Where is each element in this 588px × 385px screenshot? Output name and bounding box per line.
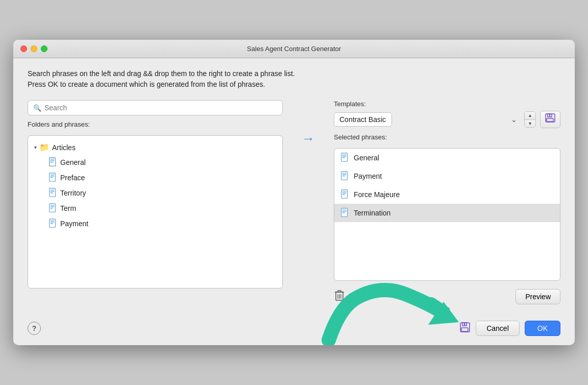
svg-rect-27 — [342, 156, 347, 156]
file-icon — [340, 171, 350, 181]
trash-icon — [334, 290, 345, 302]
templates-row: Contract Basic ⌄ ▲ ▼ — [334, 111, 560, 128]
list-item[interactable]: Preface — [42, 170, 282, 185]
ok-button[interactable]: OK — [525, 321, 560, 336]
svg-rect-28 — [342, 157, 345, 158]
folder-row-articles[interactable]: ▾ 📁 Articles — [28, 140, 282, 155]
svg-rect-32 — [342, 176, 345, 176]
list-item[interactable]: Term — [42, 201, 282, 216]
title-bar: Sales Agent Contract Generator — [13, 40, 575, 58]
content-area: Search phrases on the left and drag && d… — [13, 58, 575, 315]
search-box: 🔍 — [28, 100, 283, 115]
save-icon — [545, 113, 556, 124]
drag-arrow-icon: → — [302, 131, 315, 147]
svg-rect-16 — [51, 208, 53, 208]
file-icon — [48, 157, 58, 167]
sub-items: General Preface — [28, 155, 282, 231]
help-button[interactable]: ? — [28, 322, 41, 335]
phrase-label: General — [354, 154, 379, 162]
svg-rect-34 — [342, 191, 347, 192]
phrase-item[interactable]: Force Majeure — [334, 185, 560, 204]
svg-rect-23 — [547, 118, 553, 122]
svg-rect-3 — [51, 160, 55, 161]
svg-rect-39 — [342, 211, 347, 211]
svg-rect-50 — [461, 328, 468, 331]
svg-rect-11 — [51, 191, 55, 191]
svg-rect-2 — [51, 159, 55, 160]
instruction-text: Search phrases on the left and drag && d… — [28, 68, 560, 90]
svg-rect-4 — [51, 162, 53, 162]
main-area: 🔍 Folders and phrases: ▾ 📁 Articles — [28, 100, 560, 304]
svg-rect-15 — [51, 206, 55, 207]
svg-rect-36 — [342, 194, 345, 195]
folder-icon: 📁 — [39, 142, 50, 152]
svg-rect-7 — [51, 176, 55, 176]
item-label: General — [60, 158, 86, 166]
svg-rect-38 — [342, 210, 347, 210]
cancel-button[interactable]: Cancel — [476, 321, 520, 336]
save-purple-icon — [459, 322, 471, 333]
folder-label: Articles — [52, 143, 76, 152]
svg-rect-43 — [338, 291, 341, 292]
template-select-wrapper: Contract Basic ⌄ ▲ ▼ — [334, 111, 536, 128]
file-icon — [48, 219, 58, 229]
svg-rect-51 — [464, 323, 465, 325]
file-icon — [340, 189, 350, 200]
right-panel: Templates: Contract Basic ⌄ ▲ — [334, 100, 560, 304]
search-input[interactable] — [44, 104, 277, 112]
tree-panel: ▾ 📁 Articles — [28, 135, 283, 288]
stepper-down-button[interactable]: ▼ — [525, 120, 535, 128]
phrase-item[interactable]: General — [334, 149, 560, 167]
footer-save-button[interactable] — [459, 322, 471, 335]
file-icon — [48, 173, 58, 183]
file-icon — [48, 188, 58, 198]
item-label: Payment — [60, 220, 88, 228]
phrase-label: Payment — [354, 172, 382, 180]
traffic-lights — [20, 45, 47, 52]
svg-rect-10 — [51, 190, 55, 190]
save-template-button[interactable] — [540, 111, 560, 128]
svg-rect-18 — [51, 221, 55, 221]
list-item[interactable]: General — [42, 155, 282, 170]
main-window: Sales Agent Contract Generator Search ph… — [13, 40, 575, 345]
folders-section-label: Folders and phrases: — [28, 121, 283, 128]
template-select[interactable]: Contract Basic — [334, 112, 392, 127]
phrases-panel: General Payment — [334, 148, 560, 281]
svg-rect-40 — [342, 212, 345, 213]
svg-rect-6 — [51, 175, 55, 175]
phrase-label: Force Majeure — [354, 190, 400, 199]
item-label: Term — [60, 204, 76, 212]
phrase-item-selected[interactable]: Termination — [334, 204, 560, 222]
search-icon: 🔍 — [33, 104, 41, 112]
file-icon — [340, 153, 350, 163]
svg-rect-12 — [51, 192, 53, 193]
svg-rect-31 — [342, 174, 347, 175]
chevron-icon: ▾ — [34, 145, 37, 150]
phrase-item[interactable]: Payment — [334, 167, 560, 185]
svg-rect-35 — [342, 192, 347, 193]
list-item[interactable]: Territory — [42, 185, 282, 201]
minimize-button[interactable] — [31, 45, 37, 52]
templates-label: Templates: — [334, 100, 560, 108]
item-label: Preface — [60, 174, 85, 182]
svg-rect-19 — [51, 222, 55, 222]
selected-phrases-label: Selected phrases: — [334, 133, 560, 141]
close-button[interactable] — [20, 45, 27, 52]
svg-rect-30 — [342, 173, 347, 174]
file-icon — [48, 203, 58, 213]
svg-rect-26 — [342, 155, 347, 155]
stepper-control: ▲ ▼ — [524, 111, 536, 128]
list-item[interactable]: Payment — [42, 216, 282, 231]
footer-actions: Cancel OK — [459, 321, 560, 336]
drag-arrow-area: → — [293, 100, 324, 147]
templates-label-row: Templates: Contract Basic ⌄ ▲ — [334, 100, 560, 128]
window-title: Sales Agent Contract Generator — [247, 45, 341, 53]
delete-button[interactable] — [334, 290, 345, 304]
svg-rect-24 — [549, 114, 550, 116]
file-icon — [340, 208, 350, 218]
maximize-button[interactable] — [41, 45, 47, 52]
bottom-right-row: Preview — [334, 289, 560, 304]
left-panel: 🔍 Folders and phrases: ▾ 📁 Articles — [28, 100, 283, 288]
preview-button[interactable]: Preview — [516, 289, 560, 304]
stepper-up-button[interactable]: ▲ — [525, 112, 535, 120]
